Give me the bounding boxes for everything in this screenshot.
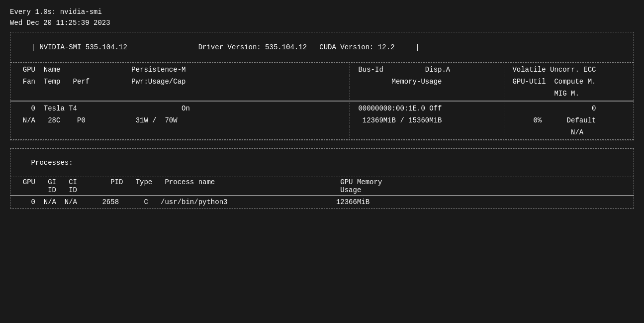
volatile-data-1c: N/A [504, 126, 634, 138]
col-bus-header-3 [350, 88, 504, 100]
col-volatile-header-2: GPU-Util Compute M. [504, 76, 634, 88]
col-volatile-header-3: MIG M. [504, 88, 634, 100]
proc-col-header-2: ID ID Usage [10, 186, 634, 196]
smi-table: | NVIDIA-SMI 535.104.12 Driver Version: … [10, 32, 634, 140]
col-bus-header-2: Memory-Usage [350, 76, 504, 88]
volatile-data-1a: 0 [504, 103, 634, 114]
col-gpu-header-3 [10, 88, 350, 100]
col-gpu-header-1: GPU Name Persistence-M [10, 64, 350, 76]
processes-table: Processes: GPU GI CI PID Type Process na… [10, 148, 634, 209]
proc-col-header-1: GPU GI CI PID Type Process name GPU Memo… [10, 177, 634, 186]
volatile-data-1b: 0% Default [504, 114, 634, 126]
timestamp: Wed Dec 20 11:25:39 2023 [10, 19, 634, 27]
col-gpu-header-2: Fan Temp Perf Pwr:Usage/Cap [10, 76, 350, 88]
gpu-data-1a: 0 Tesla T4 On [10, 103, 350, 114]
smi-version-row: | NVIDIA-SMI 535.104.12 Driver Version: … [10, 32, 634, 63]
bus-data-1b: 12369MiB / 15360MiB [350, 114, 504, 126]
bus-data-1a: 00000000:00:1E.0 Off [350, 103, 504, 114]
bus-data-1c [350, 126, 504, 138]
gpu-data-1c [10, 126, 350, 138]
processes-title: Processes: [10, 149, 634, 177]
watch-header: Every 1.0s: nvidia-smi [10, 8, 634, 16]
col-volatile-header-1: Volatile Uncorr. ECC [504, 64, 634, 76]
proc-data-row: 0 N/A N/A 2658 C /usr/bin/python3 12366M… [10, 196, 634, 208]
smi-version-text: | NVIDIA-SMI 535.104.12 Driver Version: … [31, 43, 420, 51]
col-bus-header-1: Bus-Id Disp.A [350, 64, 504, 76]
gpu-data-1b: N/A 28C P0 31W / 70W [10, 114, 350, 126]
